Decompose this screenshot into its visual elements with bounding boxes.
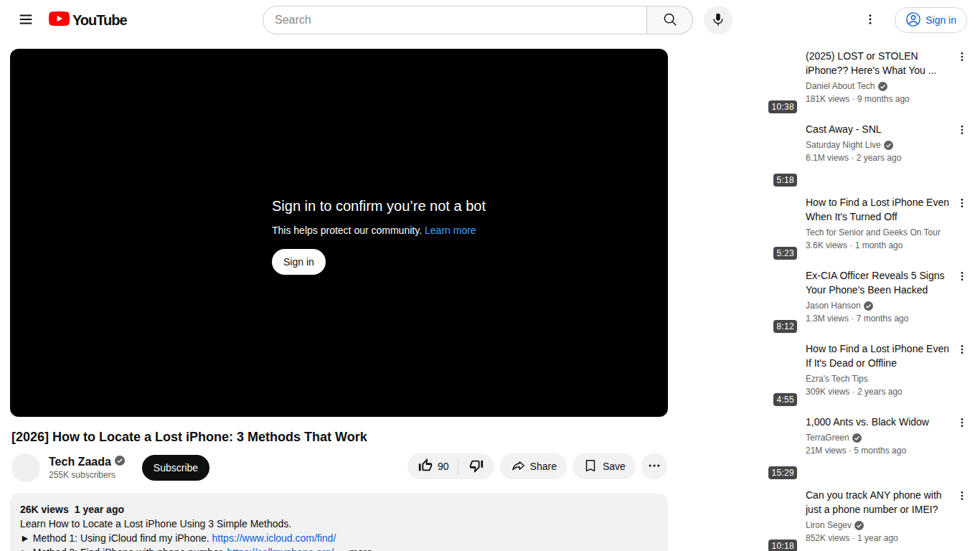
related-video-item[interactable]: 4:55 How to Find a Lost iPhone Even If I… — [679, 342, 971, 409]
video-options-button[interactable] — [953, 415, 971, 482]
duration-badge: 15:29 — [768, 466, 797, 479]
kebab-icon — [864, 12, 877, 29]
video-title: Ex-CIA Officer Reveals 5 Signs Your Phon… — [806, 268, 953, 297]
header-settings-menu-button[interactable] — [856, 7, 885, 33]
video-info[interactable]: 1,000 Ants vs. Black Widow TerraGreen 21… — [800, 415, 953, 482]
save-button[interactable]: Save — [573, 453, 636, 479]
video-options-button[interactable] — [953, 195, 971, 263]
video-info[interactable]: (2025) LOST or STOLEN iPhone?? Here's Wh… — [800, 49, 953, 116]
description-text: ► Method 1: Using iCloud find my iPhone. — [20, 532, 209, 544]
video-player[interactable]: Sign in to confirm you’re not a bot This… — [10, 49, 668, 417]
video-thumbnail[interactable]: 8:12 — [679, 268, 800, 336]
duration-badge: 10:18 — [768, 540, 797, 551]
kebab-icon — [956, 270, 968, 286]
video-info[interactable]: Cast Away - SNL Saturday Night Live 6.1M… — [800, 122, 953, 189]
video-info[interactable]: Ex-CIA Officer Reveals 5 Signs Your Phon… — [800, 268, 953, 336]
video-meta: 309K views · 2 years ago — [806, 386, 953, 397]
verified-badge-icon — [852, 433, 862, 443]
kebab-icon — [956, 343, 968, 359]
view-count: 26K views — [20, 504, 69, 515]
like-dislike-pill: 90 — [407, 453, 494, 479]
search-input[interactable] — [263, 6, 647, 34]
subscriber-count: 255K subscribers — [49, 470, 125, 480]
channel-name[interactable]: Tech Zaada — [49, 456, 111, 468]
more-actions-button[interactable] — [641, 453, 667, 479]
description-link[interactable]: https://www.icloud.com/find/ — [212, 532, 336, 544]
related-video-item[interactable]: 5:23 How to Find a Lost iPhone Even When… — [679, 195, 971, 263]
video-title: How to Find a Lost iPhone Even When It's… — [806, 195, 953, 224]
player-signin-button[interactable]: Sign in — [272, 249, 326, 275]
description-link[interactable]: https://callmyphone.org/ — [227, 547, 334, 551]
player-prompt-text: This helps protect our community. — [272, 225, 422, 236]
channel-avatar[interactable] — [11, 453, 40, 482]
video-options-button[interactable] — [953, 122, 971, 189]
kebab-icon — [956, 416, 968, 432]
video-options-button[interactable] — [953, 488, 971, 551]
verified-badge-icon — [864, 301, 873, 311]
share-button[interactable]: Share — [500, 453, 567, 479]
related-video-item[interactable]: 10:38 (2025) LOST or STOLEN iPhone?? Her… — [679, 49, 971, 116]
related-video-item[interactable]: 10:18 Can you track ANY phone with just … — [679, 488, 971, 551]
video-meta: 6.1M views · 2 years ago — [806, 152, 953, 164]
thumb-down-icon — [468, 458, 484, 476]
verified-badge-icon — [884, 141, 893, 150]
show-more-button[interactable]: ...more — [341, 547, 372, 551]
related-video-item[interactable]: 15:29 1,000 Ants vs. Black Widow TerraGr… — [679, 415, 971, 482]
video-thumbnail[interactable]: 10:38 — [679, 49, 800, 116]
person-icon — [905, 11, 921, 29]
description-box[interactable]: 26K views1 year ago Learn How to Locate … — [10, 494, 668, 551]
video-options-button[interactable] — [953, 342, 971, 409]
player-prompt-body: This helps protect our community.Learn m… — [272, 225, 486, 236]
video-thumbnail[interactable]: 5:18 — [679, 122, 800, 189]
mic-icon — [710, 11, 726, 29]
learn-more-link[interactable]: Learn more — [425, 225, 476, 236]
video-title: (2025) LOST or STOLEN iPhone?? Here's Wh… — [806, 49, 953, 77]
video-title: Can you track ANY phone with just a phon… — [806, 488, 953, 517]
publish-date: 1 year ago — [75, 504, 124, 515]
voice-search-button[interactable] — [704, 6, 732, 34]
video-thumbnail[interactable]: 4:55 — [679, 342, 800, 409]
description-stats: 26K views1 year ago — [20, 502, 658, 517]
menu-button[interactable] — [11, 6, 40, 34]
channel-name: Liron Segev — [806, 519, 852, 531]
hamburger-icon — [18, 11, 34, 29]
verified-badge-icon — [854, 521, 864, 530]
video-info[interactable]: Can you track ANY phone with just a phon… — [800, 488, 953, 551]
video-thumbnail[interactable]: 10:18 — [679, 488, 800, 551]
kebab-icon — [956, 489, 968, 505]
related-video-item[interactable]: 8:12 Ex-CIA Officer Reveals 5 Signs Your… — [679, 268, 971, 336]
duration-badge: 5:23 — [773, 247, 797, 260]
share-label: Share — [530, 461, 557, 472]
video-thumbnail[interactable]: 5:23 — [679, 195, 800, 263]
verified-badge-icon — [878, 82, 887, 91]
player-prompt-heading: Sign in to confirm you’re not a bot — [272, 198, 486, 215]
video-info[interactable]: How to Find a Lost iPhone Even If It's D… — [800, 342, 953, 409]
dislike-button[interactable] — [458, 453, 494, 479]
channel-name: Jason Hanson — [806, 300, 861, 311]
thumb-up-icon — [418, 458, 433, 476]
like-count: 90 — [438, 461, 449, 472]
related-video-item[interactable]: 5:18 Cast Away - SNL Saturday Night Live… — [679, 122, 971, 189]
video-info[interactable]: How to Find a Lost iPhone Even When It's… — [800, 195, 953, 263]
save-label: Save — [603, 461, 626, 472]
verified-badge-icon — [115, 456, 125, 468]
description-line: Learn How to Locate a Lost iPhone Using … — [20, 517, 658, 531]
video-options-button[interactable] — [953, 268, 971, 336]
video-thumbnail[interactable]: 15:29 — [679, 415, 800, 482]
search-button[interactable] — [647, 6, 693, 34]
player-signin-prompt: Sign in to confirm you’re not a bot This… — [272, 198, 486, 275]
ellipsis-icon — [647, 458, 661, 475]
video-meta: 181K views · 9 months ago — [806, 93, 953, 105]
video-options-button[interactable] — [953, 49, 971, 116]
bookmark-icon — [583, 458, 598, 476]
kebab-icon — [956, 123, 968, 139]
youtube-play-icon — [49, 11, 70, 29]
like-button[interactable]: 90 — [407, 453, 458, 479]
youtube-logo[interactable]: YouTube — [49, 11, 127, 29]
subscribe-button[interactable]: Subscribe — [142, 455, 209, 481]
header-signin-button[interactable]: Sign in — [895, 7, 967, 33]
youtube-wordmark: YouTube — [72, 12, 127, 29]
description-line: ► Method 2: Find iPhone with phone numbe… — [20, 545, 658, 551]
description-text: ► Method 2: Find iPhone with phone numbe… — [20, 547, 225, 551]
search-icon — [662, 11, 678, 29]
